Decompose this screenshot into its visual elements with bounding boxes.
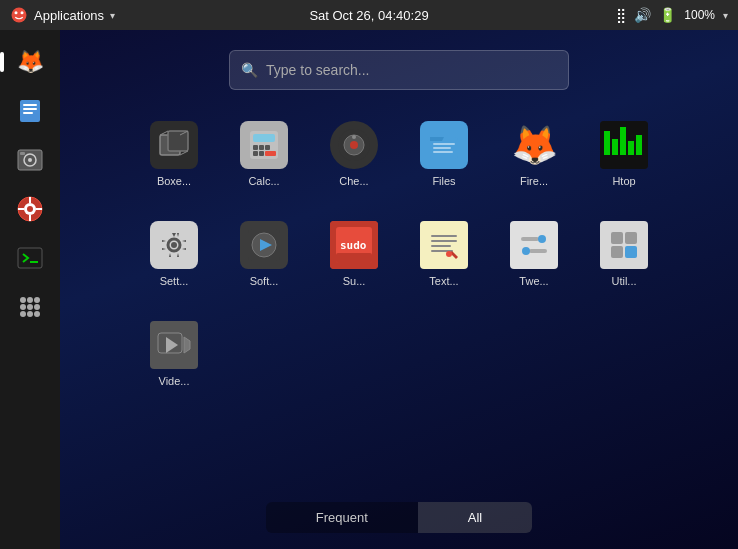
app-item-video[interactable]: Vide... bbox=[134, 310, 214, 400]
terminal-icon bbox=[16, 244, 44, 272]
boxes-icon bbox=[150, 121, 198, 169]
firefox-label: Fire... bbox=[520, 175, 548, 188]
svg-point-0 bbox=[12, 8, 27, 23]
svg-point-23 bbox=[20, 304, 26, 310]
cheese-icon bbox=[330, 121, 378, 169]
topbar-right: ⣿ 🔊 🔋 100% ▾ bbox=[616, 7, 728, 23]
boxes-label: Boxe... bbox=[157, 175, 191, 188]
allapps-icon bbox=[16, 293, 44, 321]
svg-point-26 bbox=[20, 311, 26, 317]
svg-rect-51 bbox=[604, 131, 610, 155]
bottom-tabs: Frequent All bbox=[266, 502, 533, 533]
tab-frequent[interactable]: Frequent bbox=[266, 502, 418, 533]
svg-rect-6 bbox=[23, 112, 33, 114]
svg-rect-4 bbox=[23, 104, 37, 106]
svg-point-76 bbox=[522, 247, 530, 255]
svg-point-58 bbox=[171, 242, 177, 248]
battery-percent: 100% bbox=[684, 8, 715, 22]
app-item-utils[interactable]: Util... bbox=[584, 210, 664, 300]
svg-rect-30 bbox=[168, 131, 188, 151]
active-indicator bbox=[0, 52, 4, 72]
app-item-htop[interactable]: Htop bbox=[584, 110, 664, 200]
video-label: Vide... bbox=[159, 375, 190, 388]
software-label: Soft... bbox=[250, 275, 279, 288]
svg-point-71 bbox=[446, 251, 452, 257]
gnome-icon bbox=[10, 6, 28, 24]
settings-label: Sett... bbox=[160, 275, 189, 288]
files-label: Files bbox=[432, 175, 455, 188]
svg-rect-52 bbox=[612, 139, 618, 155]
topbar-datetime: Sat Oct 26, 04:40:29 bbox=[309, 8, 428, 23]
sidebar-item-notes[interactable] bbox=[8, 89, 52, 133]
search-input[interactable] bbox=[229, 50, 569, 90]
svg-point-1 bbox=[15, 11, 18, 14]
svg-rect-41 bbox=[265, 151, 276, 156]
svg-rect-68 bbox=[431, 240, 457, 242]
firefox-icon: 🦊 bbox=[17, 49, 44, 75]
app-item-software[interactable]: Soft... bbox=[224, 210, 304, 300]
svg-point-9 bbox=[28, 158, 32, 162]
svg-point-28 bbox=[34, 311, 40, 317]
svg-point-25 bbox=[34, 304, 40, 310]
svg-rect-36 bbox=[253, 145, 258, 150]
svg-rect-53 bbox=[620, 127, 626, 155]
app-grid: Boxe... Calc... Che... Fil bbox=[134, 110, 664, 502]
app-row-3: Vide... bbox=[134, 310, 664, 400]
svg-rect-48 bbox=[433, 147, 451, 149]
apps-menu-label[interactable]: Applications bbox=[34, 8, 104, 23]
svg-rect-65 bbox=[336, 253, 372, 263]
sudo-icon: sudo bbox=[330, 221, 378, 269]
calculator-icon bbox=[240, 121, 288, 169]
app-item-boxes[interactable]: Boxe... bbox=[134, 110, 214, 200]
svg-rect-75 bbox=[529, 249, 547, 253]
app-item-textedit[interactable]: Text... bbox=[404, 210, 484, 300]
topbar: Applications ▾ Sat Oct 26, 04:40:29 ⣿ 🔊 … bbox=[0, 0, 738, 30]
app-item-settings[interactable]: Sett... bbox=[134, 210, 214, 300]
svg-rect-69 bbox=[431, 245, 451, 247]
app-item-calculator[interactable]: Calc... bbox=[224, 110, 304, 200]
svg-rect-67 bbox=[431, 235, 457, 237]
svg-point-44 bbox=[350, 141, 358, 149]
svg-rect-47 bbox=[433, 143, 455, 145]
screenshot-icon bbox=[16, 146, 44, 174]
search-icon: 🔍 bbox=[241, 62, 258, 78]
svg-rect-49 bbox=[433, 151, 453, 153]
htop-label: Htop bbox=[612, 175, 635, 188]
svg-point-2 bbox=[21, 11, 24, 14]
utils-label: Util... bbox=[611, 275, 636, 288]
video-icon bbox=[150, 321, 198, 369]
svg-rect-55 bbox=[636, 135, 642, 155]
svg-rect-39 bbox=[253, 151, 258, 156]
app-item-files[interactable]: Files bbox=[404, 110, 484, 200]
help-icon bbox=[16, 195, 44, 223]
sidebar-item-allapps[interactable] bbox=[8, 285, 52, 329]
settings-icon bbox=[150, 221, 198, 269]
svg-rect-18 bbox=[18, 248, 42, 268]
sidebar-item-help[interactable] bbox=[8, 187, 52, 231]
utils-icon bbox=[600, 221, 648, 269]
svg-point-21 bbox=[27, 297, 33, 303]
svg-rect-35 bbox=[253, 134, 275, 142]
sidebar-item-firefox[interactable]: 🦊 bbox=[8, 40, 52, 84]
app-item-sudo[interactable]: sudo Su... bbox=[314, 210, 394, 300]
svg-point-20 bbox=[20, 297, 26, 303]
topbar-left: Applications ▾ bbox=[10, 6, 115, 24]
files-icon bbox=[420, 121, 468, 169]
app-item-firefox[interactable]: 🦊 Fire... bbox=[494, 110, 574, 200]
svg-point-22 bbox=[34, 297, 40, 303]
svg-rect-73 bbox=[521, 237, 539, 241]
app-item-tweaks[interactable]: Twe... bbox=[494, 210, 574, 300]
svg-marker-83 bbox=[184, 337, 190, 353]
svg-rect-78 bbox=[611, 232, 623, 244]
sidebar-item-terminal[interactable] bbox=[8, 236, 52, 280]
tab-all[interactable]: All bbox=[418, 502, 532, 533]
svg-point-27 bbox=[27, 311, 33, 317]
apps-menu-arrow[interactable]: ▾ bbox=[110, 10, 115, 21]
svg-rect-81 bbox=[625, 246, 637, 258]
battery-arrow[interactable]: ▾ bbox=[723, 10, 728, 21]
app-item-cheese[interactable]: Che... bbox=[314, 110, 394, 200]
sound-icon[interactable]: 🔊 bbox=[634, 7, 651, 23]
software-icon bbox=[240, 221, 288, 269]
sidebar-item-screenshot[interactable] bbox=[8, 138, 52, 182]
svg-point-74 bbox=[538, 235, 546, 243]
